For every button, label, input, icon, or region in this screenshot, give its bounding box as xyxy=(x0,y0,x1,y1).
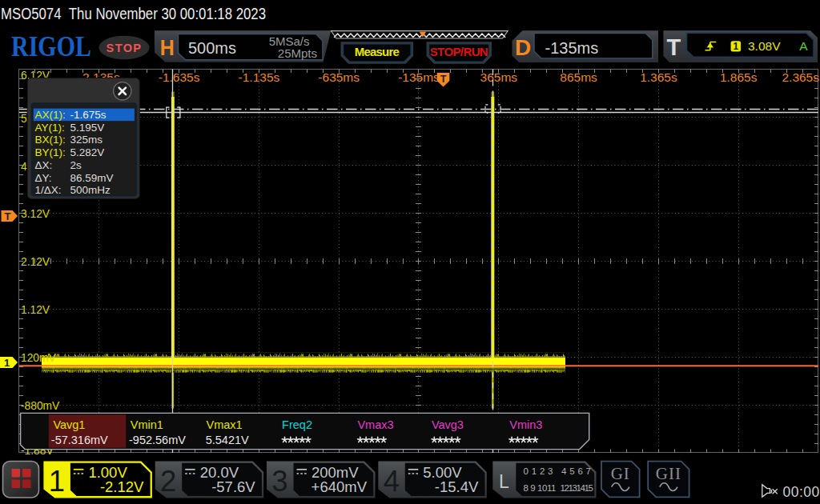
svg-text:25Mpts: 25Mpts xyxy=(278,46,317,60)
svg-text:AY(1):: AY(1): xyxy=(35,122,65,134)
svg-text:STOP/RUN: STOP/RUN xyxy=(430,45,488,58)
svg-text:-1.635s: -1.635s xyxy=(159,70,200,84)
svg-text:-57.316mV: -57.316mV xyxy=(51,434,108,446)
svg-text:3.12V: 3.12V xyxy=(21,208,50,220)
svg-text:-15.4V: -15.4V xyxy=(435,478,479,495)
svg-text:500ms: 500ms xyxy=(188,39,236,57)
svg-text:-135ms: -135ms xyxy=(545,39,599,57)
svg-text:AX(1):: AX(1): xyxy=(35,109,66,121)
svg-text:L: L xyxy=(499,471,509,492)
svg-text:+640mV: +640mV xyxy=(312,478,368,495)
svg-text:1: 1 xyxy=(734,41,739,52)
svg-text:Freq2: Freq2 xyxy=(282,418,312,431)
svg-text:STOP: STOP xyxy=(107,42,143,54)
svg-text:Vavg3: Vavg3 xyxy=(432,418,464,431)
svg-text:GII: GII xyxy=(656,464,681,483)
svg-text:T: T xyxy=(5,210,11,222)
svg-text:RIGOL: RIGOL xyxy=(11,31,91,62)
svg-text:5.5421V: 5.5421V xyxy=(206,434,249,446)
svg-text:1.365s: 1.365s xyxy=(640,70,677,84)
svg-text:-952.56mV: -952.56mV xyxy=(129,434,186,446)
svg-text:1.12V: 1.12V xyxy=(21,304,50,316)
svg-text:86.59mV: 86.59mV xyxy=(70,172,114,184)
svg-text:-880mV: -880mV xyxy=(21,400,60,412)
svg-text:ΔY:: ΔY: xyxy=(35,172,52,184)
svg-text:-1.135s: -1.135s xyxy=(239,70,280,84)
svg-text:3.08V: 3.08V xyxy=(748,39,781,53)
svg-text:4 5 6 7: 4 5 6 7 xyxy=(561,466,591,476)
svg-text:-1.675s: -1.675s xyxy=(70,109,107,121)
svg-text:GI: GI xyxy=(611,464,630,483)
svg-text:1/ΔX:: 1/ΔX: xyxy=(35,184,62,196)
svg-text:T: T xyxy=(667,34,681,60)
svg-text:1.865s: 1.865s xyxy=(720,70,758,84)
svg-text:Vavg1: Vavg1 xyxy=(53,418,85,431)
svg-text:ΔX:: ΔX: xyxy=(35,159,53,171)
svg-text:BY(1):: BY(1): xyxy=(35,146,66,158)
svg-text:-135ms: -135ms xyxy=(398,70,440,84)
svg-text:2.365s: 2.365s xyxy=(782,70,819,84)
svg-text:500mHz: 500mHz xyxy=(70,184,111,196)
svg-text:1: 1 xyxy=(4,357,10,369)
svg-text:BX(1):: BX(1): xyxy=(35,134,66,146)
svg-text:1: 1 xyxy=(49,465,65,498)
svg-text:2.12V: 2.12V xyxy=(21,256,50,268)
svg-text:5.282V: 5.282V xyxy=(70,146,105,158)
svg-text:Vmax1: Vmax1 xyxy=(207,418,243,431)
svg-text:4: 4 xyxy=(384,465,400,498)
svg-text:H: H xyxy=(160,35,175,60)
svg-text:8 9 1011: 8 9 1011 xyxy=(524,483,557,493)
svg-text:A: A xyxy=(799,39,808,53)
svg-text:-57.6V: -57.6V xyxy=(211,478,255,495)
svg-text:D: D xyxy=(515,35,531,60)
svg-text:T: T xyxy=(440,74,447,85)
svg-text:-2.12V: -2.12V xyxy=(100,478,144,495)
svg-text:Vmax3: Vmax3 xyxy=(357,418,393,431)
svg-text:5.195V: 5.195V xyxy=(70,122,105,134)
svg-text:-635ms: -635ms xyxy=(318,70,360,84)
svg-text:00:00: 00:00 xyxy=(783,484,820,500)
svg-text:3: 3 xyxy=(271,465,287,498)
svg-text:0 1 2 3: 0 1 2 3 xyxy=(524,466,553,476)
svg-text:865ms: 865ms xyxy=(560,70,597,84)
svg-text:MSO5074 Thu November 30 00:01: MSO5074 Thu November 30 00:01:18 2023 xyxy=(1,5,266,22)
svg-text:Vmin3: Vmin3 xyxy=(509,418,542,431)
svg-text:120mV: 120mV xyxy=(21,352,57,364)
svg-text:12131415: 12131415 xyxy=(561,483,594,493)
svg-text:Measure: Measure xyxy=(355,45,400,58)
svg-text:325ms: 325ms xyxy=(70,134,103,146)
svg-text:Vmin1: Vmin1 xyxy=(131,418,163,431)
svg-text:2s: 2s xyxy=(70,159,82,171)
svg-text:2: 2 xyxy=(160,465,176,498)
svg-text:365ms: 365ms xyxy=(480,70,518,84)
